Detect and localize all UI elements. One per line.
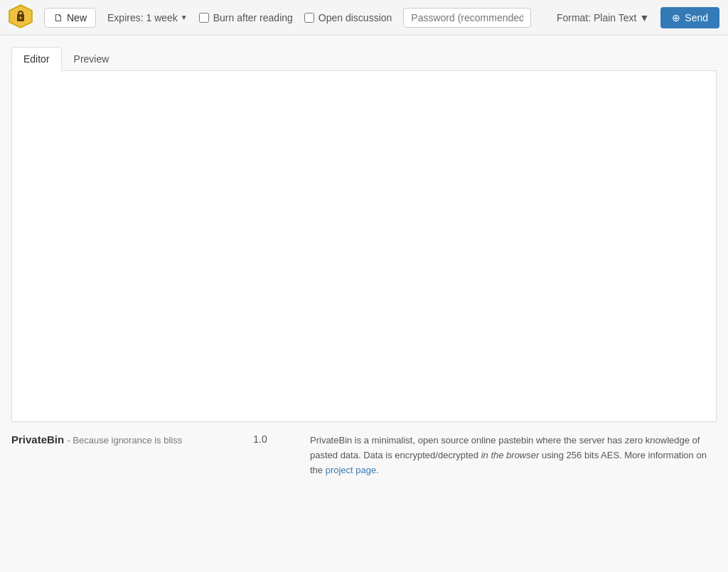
footer-brand: PrivateBin - Because ignorance is bliss (11, 433, 210, 446)
burn-after-reading-checkbox[interactable] (199, 13, 209, 23)
footer-tagline: - Because ignorance is bliss (67, 435, 182, 446)
burn-after-reading-label: Burn after reading (213, 12, 293, 23)
expires-caret-icon: ▼ (181, 14, 188, 21)
send-icon: ⊕ (672, 12, 680, 23)
new-button[interactable]: 🗋 New (44, 8, 96, 28)
open-discussion-checkbox[interactable] (304, 13, 314, 23)
footer-version-section: 1.0 (239, 433, 282, 445)
format-dropdown[interactable]: Format: Plain Text ▼ (557, 12, 649, 23)
open-discussion-label: Open discussion (318, 12, 392, 23)
footer: PrivateBin - Because ignorance is bliss … (0, 422, 728, 489)
open-discussion-checkbox-label[interactable]: Open discussion (304, 12, 392, 23)
footer-description: PrivateBin is a minimalist, open source … (310, 433, 717, 477)
main-content: Editor Preview (0, 36, 728, 422)
tab-editor[interactable]: Editor (11, 47, 62, 71)
logo (9, 4, 33, 31)
password-input[interactable] (403, 8, 531, 28)
footer-version: 1.0 (253, 433, 267, 445)
navbar: 🗋 New Expires: 1 week ▼ Burn after readi… (0, 0, 728, 36)
format-label: Format: Plain Text (557, 12, 637, 23)
footer-brand-section: PrivateBin - Because ignorance is bliss (11, 433, 210, 446)
expires-label: Expires: 1 week (107, 12, 178, 23)
expires-dropdown[interactable]: Expires: 1 week ▼ (107, 12, 188, 23)
editor-container (11, 71, 717, 422)
new-button-label: New (67, 12, 87, 23)
send-button-label: Send (685, 12, 708, 23)
footer-brand-name: PrivateBin - Because ignorance is bliss (11, 433, 210, 446)
send-button[interactable]: ⊕ Send (660, 7, 719, 28)
format-caret-icon: ▼ (639, 12, 649, 23)
tabs: Editor Preview (11, 47, 717, 71)
project-page-link[interactable]: project page (326, 465, 377, 475)
svg-point-3 (20, 17, 22, 19)
new-document-icon: 🗋 (53, 12, 63, 23)
editor-textarea[interactable] (12, 71, 716, 419)
burn-after-reading-checkbox-label[interactable]: Burn after reading (199, 12, 293, 23)
tab-preview[interactable]: Preview (62, 47, 122, 71)
